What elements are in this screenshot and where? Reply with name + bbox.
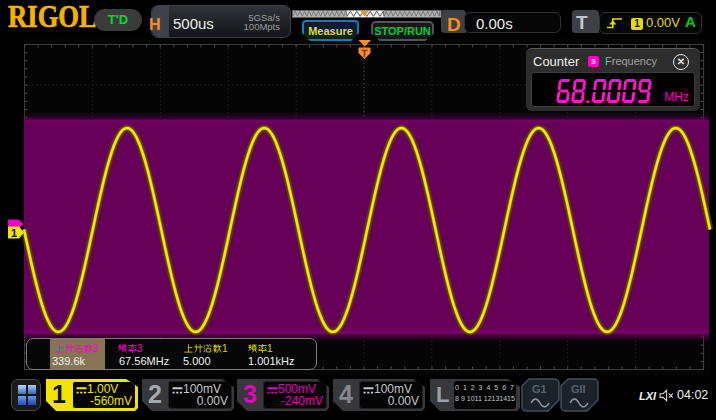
svg-text:1: 1	[11, 227, 17, 239]
svg-text:G1: G1	[532, 383, 547, 395]
svg-text:GII: GII	[571, 383, 586, 395]
